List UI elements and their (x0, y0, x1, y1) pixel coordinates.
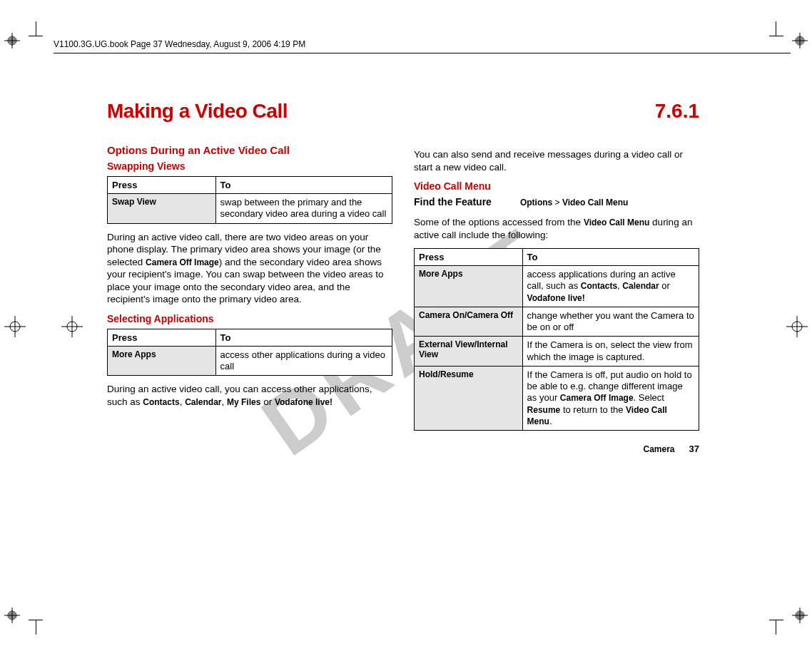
body-paragraph: Some of the options accessed from the Vi… (414, 216, 699, 241)
to-cell: If the Camera is off, put audio on hold … (522, 366, 699, 430)
crop-mark-icon (792, 608, 808, 623)
press-cell: External View/Internal View (415, 337, 523, 367)
select-apps-table: Press To More Apps access other applicat… (107, 329, 392, 376)
to-cell: If the Camera is on, select the view fro… (522, 337, 699, 367)
text: , (222, 396, 228, 407)
ui-term: Resume (527, 405, 561, 415)
press-cell: Swap View (108, 194, 216, 224)
crop-tick-icon (776, 21, 776, 36)
body-paragraph: During an active video call, you can acc… (107, 383, 392, 408)
page-title-row: Making a Video Call 7.6.1 (107, 100, 699, 123)
right-column: You can also send and receive messages d… (414, 144, 699, 454)
ui-term: Contacts (143, 397, 179, 407)
table-header: Press (108, 329, 216, 346)
text: or (260, 396, 275, 407)
to-cell: access other applications during a video… (215, 346, 392, 376)
print-header-rule (54, 53, 791, 53)
topic-heading: Video Call Menu (414, 180, 699, 192)
body-paragraph: You can also send and receive messages d… (414, 148, 699, 173)
crop-tick-icon (29, 36, 43, 36)
crosshair-icon (786, 316, 808, 340)
footer-page-number: 37 (689, 444, 699, 454)
ui-term: Vodafone live! (527, 293, 585, 303)
to-cell: change whether you want the Camera to be… (522, 307, 699, 337)
section-number: 7.6.1 (655, 100, 699, 123)
topic-heading: Selecting Applications (107, 313, 392, 324)
text: . (549, 416, 552, 426)
text: or (659, 280, 670, 291)
crop-mark-icon (4, 33, 20, 48)
table-row: External View/Internal View If the Camer… (415, 337, 699, 367)
find-feature-label: Find the Feature (414, 196, 492, 207)
video-call-menu-table: Press To More Apps access applications d… (414, 248, 699, 431)
crop-tick-icon (36, 620, 36, 635)
press-cell: More Apps (108, 346, 216, 376)
left-column: Options During an Active Video Call Swap… (107, 144, 392, 454)
print-header: V1100.3G.UG.book Page 37 Wednesday, Augu… (54, 39, 305, 49)
ui-term: Camera Off Image (146, 257, 219, 267)
page-footer: Camera 37 (414, 444, 699, 454)
table-header: To (522, 249, 699, 266)
text: . Select (634, 392, 664, 403)
text: , (180, 396, 186, 407)
page-title: Making a Video Call (107, 100, 288, 123)
crop-tick-icon (776, 620, 776, 635)
table-header: To (215, 329, 392, 346)
text: > (552, 198, 562, 207)
table-row: Swap View swap between the primary and t… (108, 194, 392, 224)
crosshair-icon (4, 316, 26, 340)
table-row: Camera On/Camera Off change whether you … (415, 307, 699, 337)
text: to return to the (560, 404, 626, 415)
ui-term: My Files (227, 397, 260, 407)
table-header: Press (108, 177, 216, 194)
to-cell: swap between the primary and the seconda… (215, 194, 392, 224)
table-row: Hold/Resume If the Camera is off, put au… (415, 366, 699, 430)
ui-term: Options (520, 198, 552, 207)
press-cell: More Apps (415, 266, 523, 307)
text: Some of the options accessed from the (414, 217, 584, 227)
press-cell: Camera On/Camera Off (415, 307, 523, 337)
table-row: More Apps access applications during an … (415, 266, 699, 307)
crop-tick-icon (36, 21, 36, 36)
table-row: More Apps access other applications duri… (108, 346, 392, 376)
footer-section: Camera (644, 444, 675, 454)
crosshair-icon (61, 316, 83, 340)
ui-term: Camera Off Image (560, 393, 634, 403)
content-area: Making a Video Call 7.6.1 Options During… (107, 100, 699, 454)
topic-heading: Swapping Views (107, 160, 392, 172)
crop-tick-icon (769, 36, 783, 36)
ui-term: Video Call Menu (584, 217, 649, 227)
crop-mark-icon (792, 33, 808, 48)
page: V1100.3G.UG.book Page 37 Wednesday, Augu… (0, 0, 812, 656)
body-paragraph: During an active video call, there are t… (107, 231, 392, 306)
ui-term: Calendar (622, 281, 659, 291)
swap-view-table: Press To Swap View swap between the prim… (107, 176, 392, 224)
find-feature-row: Find the Feature Options > Video Call Me… (414, 196, 699, 207)
table-header: Press (415, 249, 523, 266)
to-cell: access applications during an active cal… (522, 266, 699, 307)
crop-tick-icon (769, 620, 783, 620)
ui-term: Contacts (581, 281, 617, 291)
ui-term: Calendar (185, 397, 221, 407)
ui-term: Video Call Menu (562, 198, 628, 207)
crop-mark-icon (4, 608, 20, 623)
press-cell: Hold/Resume (415, 366, 523, 430)
ui-term: Vodafone live! (275, 397, 333, 407)
subsection-heading: Options During an Active Video Call (107, 144, 392, 156)
find-feature-path: Options > Video Call Menu (520, 198, 628, 207)
table-header: To (215, 177, 392, 194)
